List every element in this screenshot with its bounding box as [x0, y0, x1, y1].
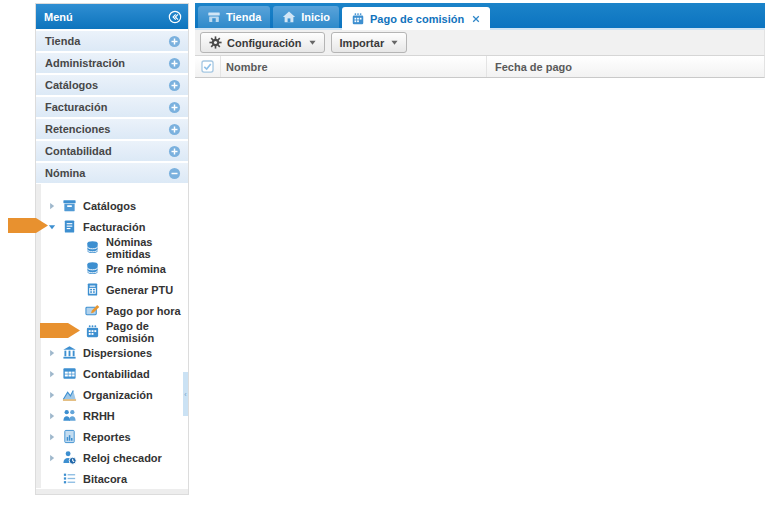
tree-item-pre-nomina[interactable]: Pre nómina — [41, 258, 188, 279]
tree-item-bitacora[interactable]: Bitacora — [41, 468, 188, 488]
plus-circle-icon — [168, 79, 181, 92]
sidebar-item-label: Contabilidad — [45, 145, 168, 157]
sidebar: Menú TiendaAdministraciónCatálogosFactur… — [35, 3, 189, 495]
tree-item-rrhh[interactable]: RRHH — [41, 405, 188, 426]
tree-item-label: Generar PTU — [106, 284, 173, 296]
tree-item-label: Reloj checador — [83, 452, 162, 464]
sidebar-item-label: Catálogos — [45, 79, 168, 91]
tree-item-label: Bitacora — [83, 473, 127, 485]
caret-down-icon — [309, 39, 316, 46]
tree-item-label: Dispersiones — [83, 347, 152, 359]
sidebar-item-label: Tienda — [45, 35, 168, 47]
app-window: Menú TiendaAdministraciónCatálogosFactur… — [0, 0, 768, 505]
tab-inicio[interactable]: Inicio — [273, 6, 339, 28]
plus-circle-icon — [168, 145, 181, 158]
list-icon — [62, 471, 77, 486]
document-grid-icon — [85, 282, 100, 297]
plus-circle-icon — [168, 35, 181, 48]
tree-item-reportes[interactable]: Reportes — [41, 426, 188, 447]
expander-collapsed-icon[interactable] — [47, 369, 57, 379]
tab-bar: TiendaInicioPago de comisión — [195, 3, 765, 30]
tree-item-dispersiones[interactable]: Dispersiones — [41, 342, 188, 363]
people-icon — [62, 408, 77, 423]
tree-item-label: Facturación — [83, 221, 145, 233]
column-header-nombre[interactable]: Nombre — [221, 56, 487, 77]
sidebar-item-catalogos[interactable]: Catálogos — [36, 75, 188, 95]
grid-header: Nombre Fecha de pago — [195, 56, 765, 78]
grid-body — [195, 78, 765, 505]
tree-item-nominas-emitidas[interactable]: Nóminas emitidas — [41, 237, 188, 258]
sidebar-item-administracion[interactable]: Administración — [36, 53, 188, 73]
tab-label: Tienda — [226, 11, 261, 23]
card-pencil-icon — [85, 303, 100, 318]
sidebar-item-label: Facturación — [45, 101, 168, 113]
column-header-label: Nombre — [226, 61, 268, 73]
sidebar-item-contabilidad[interactable]: Contabilidad — [36, 141, 188, 161]
tree-item-reloj-checador[interactable]: Reloj checador — [41, 447, 188, 468]
sidebar-item-label: Nómina — [45, 167, 168, 179]
database-icon — [85, 240, 100, 255]
tree-item-label: Contabilidad — [83, 368, 150, 380]
tree-item-contabilidad[interactable]: Contabilidad — [41, 363, 188, 384]
expander-collapsed-icon[interactable] — [47, 453, 57, 463]
gear-icon — [209, 36, 222, 49]
sidebar-title: Menú — [44, 11, 168, 23]
collapse-left-icon[interactable] — [168, 10, 182, 24]
org-chart-icon — [62, 387, 77, 402]
tree-item-organizacion[interactable]: Organización — [41, 384, 188, 405]
checkbox-checked-icon — [201, 60, 214, 73]
plus-circle-icon — [168, 123, 181, 136]
button-label: Configuración — [227, 37, 302, 49]
button-label: Importar — [340, 37, 385, 49]
sidebar-item-retenciones[interactable]: Retenciones — [36, 119, 188, 139]
tab-label: Inicio — [301, 11, 330, 23]
box-icon — [62, 198, 77, 213]
select-all-checkbox[interactable] — [195, 56, 221, 77]
expander-expanded-icon[interactable] — [47, 222, 57, 232]
tab-label: Pago de comisión — [370, 13, 464, 25]
bank-icon — [62, 345, 77, 360]
tab-tienda[interactable]: Tienda — [198, 6, 270, 28]
clock-person-icon — [62, 450, 77, 465]
tree-item-label: Nóminas emitidas — [106, 236, 188, 260]
tree-item-label: Pago por hora — [106, 305, 181, 317]
sidebar-item-label: Administración — [45, 57, 168, 69]
expander-collapsed-icon[interactable] — [47, 411, 57, 421]
payroll-calendar-icon — [85, 324, 100, 339]
tree-item-facturacion[interactable]: Facturación — [41, 216, 188, 237]
sidebar-item-facturacion[interactable]: Facturación — [36, 97, 188, 117]
expander-collapsed-icon[interactable] — [47, 201, 57, 211]
tree-item-pago-por-hora[interactable]: Pago por hora — [41, 300, 188, 321]
toolbar: ConfiguraciónImportar — [195, 30, 765, 56]
expander-collapsed-icon[interactable] — [47, 390, 57, 400]
close-icon[interactable] — [471, 14, 481, 24]
column-header-label: Fecha de pago — [495, 61, 572, 73]
sidebar-bottom-strip — [36, 489, 188, 494]
expander-collapsed-icon[interactable] — [47, 432, 57, 442]
sidebar-header[interactable]: Menú — [36, 4, 188, 29]
toolbar-button-importar[interactable]: Importar — [331, 32, 408, 53]
home-icon — [282, 10, 296, 24]
plus-circle-icon — [168, 57, 181, 70]
expander-collapsed-icon[interactable] — [47, 348, 57, 358]
tree-item-label: Pre nómina — [106, 263, 166, 275]
sidebar-item-tienda[interactable]: Tienda — [36, 31, 188, 51]
caret-down-icon — [391, 39, 398, 46]
tab-pago-de-comision[interactable]: Pago de comisión — [342, 7, 490, 30]
tree-item-generar-ptu[interactable]: Generar PTU — [41, 279, 188, 300]
report-icon — [62, 429, 77, 444]
tree-item-label: RRHH — [83, 410, 115, 422]
tree-item-label: Organización — [83, 389, 153, 401]
toolbar-button-configuracion[interactable]: Configuración — [200, 32, 325, 53]
sidebar-resize-handle[interactable]: ‹ — [183, 372, 188, 416]
table-icon — [62, 366, 77, 381]
document-icon — [62, 219, 77, 234]
sidebar-item-nomina[interactable]: Nómina — [36, 163, 188, 183]
nav-tree: CatálogosFacturaciónNóminas emitidasPre … — [41, 195, 188, 488]
store-icon — [207, 10, 221, 24]
database-icon — [85, 261, 100, 276]
tree-item-label: Pago de comisión — [106, 320, 188, 344]
column-header-fecha-de-pago[interactable]: Fecha de pago — [487, 56, 764, 77]
minus-circle-icon — [168, 167, 181, 180]
tree-item-catalogos[interactable]: Catálogos — [41, 195, 188, 216]
